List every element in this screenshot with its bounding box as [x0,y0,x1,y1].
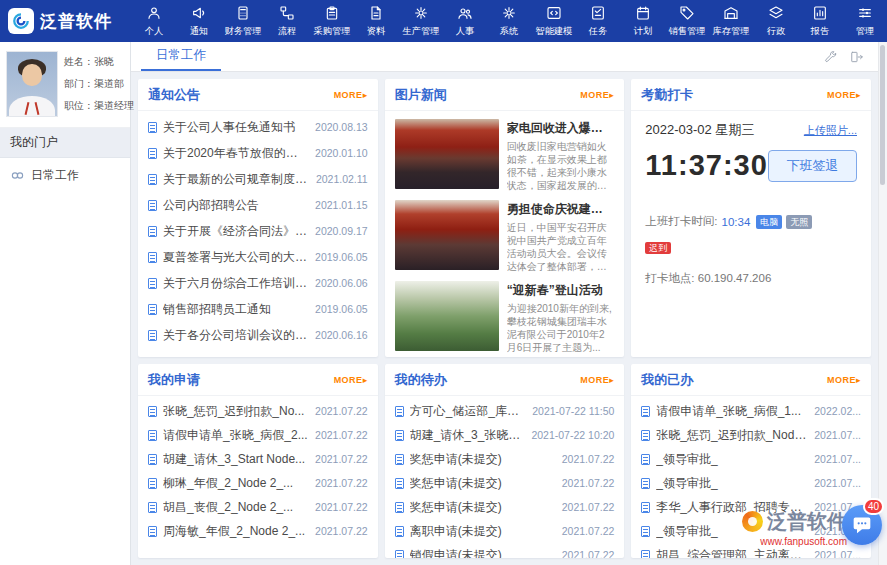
application-item[interactable]: 柳琳_年假_2_Node 2_... 2021.07.22 [148,471,368,495]
news-text: 勇担使命庆祝建党百年，中... 近日，中国平安召开庆祝中国共产党成立百年活动动员… [507,200,615,276]
profile-name-value: 张晓 [94,56,114,67]
application-item[interactable]: 胡昌_丧假_2_Node 2_... 2021.07.22 [148,495,368,519]
done-item[interactable]: _领导审批_ 2021.07... [641,519,861,543]
wrench-icon[interactable] [824,50,838,64]
done-item[interactable]: 张晓_惩罚_迟到扣款_Node... 2021.07... [641,423,861,447]
no-photo-tag: 无照 [786,215,812,229]
news-text: “迎新春”登山活动 为迎接2010新年的到来,攀枝花钢城集团瑞丰水泥有限公司于2… [507,281,615,357]
application-item-date: 2021.07.22 [315,453,368,465]
application-item[interactable]: 胡建_请休_3_Start Node... 2021.07.22 [148,447,368,471]
todo-item[interactable]: 奖惩申请(未提交) 2021.07.22 [395,471,615,495]
nav-item-personal[interactable]: 个人 [132,0,176,42]
nav-item-label: 通知 [189,24,207,37]
news-more-link[interactable]: MORE▸ [580,90,614,100]
notice-item[interactable]: 关于各分公司培训会议的通知 2020.06.16 [148,322,368,348]
nav-item-hr[interactable]: 人事 [443,0,487,42]
notice-item[interactable]: 夏普签署与光大公司的大订单。 2019.06.05 [148,244,368,270]
done-more-link[interactable]: MORE▸ [827,375,861,385]
application-item[interactable]: 周海敏_年假_2_Node 2_... 2021.07.22 [148,519,368,543]
news-item-summary: 回收废旧家电营销如火如荼，在显示效果上都很不错，起来到小康水状态，国家超发展的法… [507,140,615,192]
document-icon [395,430,404,441]
notice-item-title: 关于六月份综合工作培训内容及... [163,275,309,292]
notice-more-link[interactable]: MORE▸ [334,90,368,100]
notice-item[interactable]: 销售部招聘员工通知 2019.06.05 [148,296,368,322]
tab-daily-work[interactable]: 日常工作 [141,42,221,71]
nav-item-process[interactable]: 流程 [265,0,309,42]
nav-item-report[interactable]: 报告 [798,0,842,42]
attendance-body: 2022-03-02 星期三 上传照片... 11:37:30 下班签退 上班打… [631,111,871,357]
logout-icon[interactable] [850,50,864,64]
applications-more-link[interactable]: MORE▸ [334,375,368,385]
nav-item-label: 库存管理 [713,24,750,37]
document-icon [641,502,650,513]
todo-item[interactable]: 销假申请(未提交) 2021.07.22 [395,543,615,558]
todo-item-date: 2021.07.22 [562,501,615,513]
main-area: 日常工作 通知公告 MORE▸ 关于公司人事任免通知书 [131,42,878,565]
nav-item-inventory[interactable]: 库存管理 [709,0,753,42]
done-item[interactable]: _领导审批_ 2021.07... [641,447,861,471]
people-icon [457,5,473,21]
topbar: 泛普软件 个人 通知 财务管理 流程 采购管理 资料 生产管理 [0,0,887,42]
nav-item-admin[interactable]: 行政 [754,0,798,42]
profile-dept-label: 部门： [64,78,94,89]
nav-item-manage[interactable]: 管理 [843,0,887,42]
done-item[interactable]: 胡昌_综合管理部_主动离职... 2021.07... [641,543,861,558]
application-item-title: 张晓_惩罚_迟到扣款_No... [163,403,309,420]
nav-item-system[interactable]: 系统 [487,0,531,42]
application-item[interactable]: 张晓_惩罚_迟到扣款_No... 2021.07.22 [148,399,368,423]
scrollbar[interactable] [878,42,887,565]
notice-item[interactable]: 关于六月份综合工作培训内容及... 2020.06.06 [148,270,368,296]
todo-item[interactable]: 方可心_储运部_库管员_普... 2021-07-22 11:50 [395,399,615,423]
notice-item[interactable]: 关于最新的公司规章制度细节通知 2021.02.11 [148,166,368,192]
dashboard-grid: 通知公告 MORE▸ 关于公司人事任免通知书 2020.08.13 [131,72,878,565]
chat-bubble-button[interactable]: 40 [842,505,882,545]
todo-item[interactable]: 奖惩申请(未提交) 2021.07.22 [395,447,615,471]
nav-item-label: 行政 [767,24,785,37]
nav-item-task[interactable]: 任务 [576,0,620,42]
notice-item[interactable]: 公司内部招聘公告 2021.01.15 [148,192,368,218]
application-item-title: 柳琳_年假_2_Node 2_... [163,475,309,492]
late-badge: 迟到 [645,242,671,254]
done-item[interactable]: _领导审批_ 2021.07... [641,471,861,495]
notice-item-title: 销售部招聘员工通知 [163,301,309,318]
nav-item-production[interactable]: 生产管理 [398,0,442,42]
done-item[interactable]: 李华_人事行政部_招聘专员... 2021.07... [641,495,861,519]
document-icon [148,122,157,133]
nav-item-docs[interactable]: 资料 [354,0,398,42]
todo-item[interactable]: 奖惩申请(未提交) 2021.07.22 [395,495,615,519]
nav-item-finance[interactable]: 财务管理 [221,0,265,42]
notice-item-date: 2019.06.05 [315,303,368,315]
notice-item[interactable]: 关于开展《经济合同法》的相关... 2020.09.17 [148,218,368,244]
nav-item-sales[interactable]: 销售管理 [665,0,709,42]
notice-item-date: 2021.02.11 [316,173,368,185]
brand[interactable]: 泛普软件 [0,0,132,42]
notification-badge: 40 [863,498,884,515]
sign-out-button[interactable]: 下班签退 [768,150,857,182]
nav-item-notify[interactable]: 通知 [176,0,220,42]
document-icon [148,454,157,465]
nav-item-purchase[interactable]: 采购管理 [310,0,354,42]
nav-item-plan[interactable]: 计划 [620,0,664,42]
scrollbar-thumb[interactable] [880,45,885,185]
attendance-more-link[interactable]: MORE▸ [827,90,861,100]
todo-item[interactable]: 离职申请(未提交) 2021.07.22 [395,519,615,543]
sidebar-item-daily-work[interactable]: 日常工作 [0,158,130,192]
notice-item-title: 关于2020年春节放假的通知 [163,145,309,162]
todo-item[interactable]: 胡建_请休_3_张晓_退回 2021-07-22 10:20 [395,423,615,447]
news-item[interactable]: 家电回收进入爆发期 家电... 回收废旧家电营销如火如荼，在显示效果上都很不错，… [395,119,615,195]
notice-item[interactable]: 关于2020年春节放假的通知 2020.01.10 [148,140,368,166]
upload-photo-link[interactable]: 上传照片... [804,123,857,138]
nav-item-modeling[interactable]: 智能建模 [532,0,576,42]
news-item[interactable]: “迎新春”登山活动 为迎接2010新年的到来,攀枝花钢城集团瑞丰水泥有限公司于2… [395,281,615,357]
todo-more-link[interactable]: MORE▸ [580,375,614,385]
gear-icon [501,5,517,21]
application-item[interactable]: 请假申请单_张晓_病假_2... 2021.07.22 [148,423,368,447]
sidebar-item-my-portal[interactable]: 我的门户 [0,128,130,158]
news-photo [395,200,499,270]
news-item[interactable]: 勇担使命庆祝建党百年，中... 近日，中国平安召开庆祝中国共产党成立百年活动动员… [395,200,615,276]
done-item-title: _领导审批_ [656,523,808,540]
notice-item[interactable]: 关于公司人事任免通知书 2020.08.13 [148,114,368,140]
done-item[interactable]: 请假申请单_张晓_病假_1... 2022.02... [641,399,861,423]
top-navigation: 个人 通知 财务管理 流程 采购管理 资料 生产管理 人事 [132,0,887,42]
location-label: 打卡地点: [645,272,694,284]
